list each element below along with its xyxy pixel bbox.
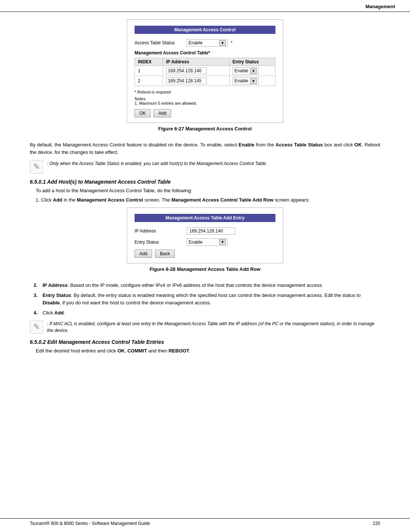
asterisk-mark: * bbox=[231, 40, 233, 45]
note2-icon: ✎ bbox=[30, 320, 43, 334]
entry-status-select[interactable]: Enable ▼ bbox=[187, 238, 228, 246]
note1-box: ✎ : Only when the Access Table Status is… bbox=[30, 160, 380, 174]
footer-right: 220 bbox=[373, 521, 380, 526]
status-arrow-icon[interactable]: ▼ bbox=[250, 78, 257, 84]
ok-button[interactable]: OK bbox=[135, 109, 151, 117]
cell-ip bbox=[163, 66, 229, 76]
body-text-1: By default, the Management Access Contro… bbox=[30, 141, 380, 156]
entry-status-row: Entry Status Enable ▼ bbox=[135, 238, 275, 246]
figure1-caption: Figure 6-27 Management Access Control bbox=[158, 126, 252, 132]
note2-text: : If MAC ACL is enabled, configure at le… bbox=[47, 320, 380, 334]
cell-index: 2 bbox=[135, 76, 163, 86]
figure2-box: Management Access Table Add Entry IP Add… bbox=[127, 208, 283, 263]
col-status: Entry Status bbox=[229, 58, 275, 66]
cell-ip bbox=[163, 76, 229, 86]
status-select[interactable]: Enable▼ bbox=[233, 67, 259, 75]
back-button[interactable]: Back bbox=[155, 250, 175, 258]
page-footer: Tsunami® 800 & 8000 Series - Software Ma… bbox=[0, 518, 410, 526]
entry-status-control: Enable ▼ bbox=[187, 238, 228, 246]
table-row: 2Enable▼ bbox=[135, 76, 275, 86]
note1-icon: ✎ bbox=[30, 160, 43, 174]
entry-status-arrow-icon[interactable]: ▼ bbox=[219, 239, 226, 245]
notes-label: Notes: bbox=[135, 96, 275, 101]
figure1-buttons: OK Add bbox=[135, 109, 275, 117]
step-1: Click Add in the Management Access Contr… bbox=[41, 196, 380, 204]
add-button-fig2[interactable]: Add bbox=[135, 250, 152, 258]
entry-status-label: Entry Status bbox=[135, 240, 187, 245]
section2-heading: 6.5.0.2 Edit Management Access Control T… bbox=[30, 339, 380, 345]
mac-table-header: INDEX IP Address Entry Status bbox=[135, 58, 275, 66]
mac-table-body: 1Enable▼2Enable▼ bbox=[135, 66, 275, 86]
ip-address-label: IP Address bbox=[135, 228, 187, 234]
access-table-status-select[interactable]: Enable ▼ bbox=[187, 39, 228, 47]
note1-text: : Only when the Access Table Status is e… bbox=[47, 160, 267, 167]
access-table-status-control: Enable ▼ * bbox=[187, 39, 233, 47]
ip-address-row: IP Address bbox=[135, 227, 275, 235]
page-header: Management bbox=[0, 0, 410, 12]
figure2-title: Management Access Table Add Entry bbox=[135, 214, 275, 222]
footer-left: Tsunami® 800 & 8000 Series - Software Ma… bbox=[30, 521, 150, 526]
col-index: INDEX bbox=[135, 58, 163, 66]
header-title: Management bbox=[366, 4, 395, 9]
cell-index: 1 bbox=[135, 66, 163, 76]
ip-input[interactable] bbox=[166, 67, 207, 74]
access-table-status-row: Access Table Status Enable ▼ * bbox=[135, 39, 275, 47]
section1-intro: To add a host to the Management Access C… bbox=[36, 188, 380, 193]
status-arrow-icon[interactable]: ▼ bbox=[250, 68, 257, 74]
access-table-status-label: Access Table Status bbox=[135, 40, 187, 45]
cell-status: Enable▼ bbox=[229, 76, 275, 86]
notes-item-1: 1. Maximum 5 entries are allowed. bbox=[135, 101, 275, 105]
table-row: 1Enable▼ bbox=[135, 66, 275, 76]
steps-list: Click Add in the Management Access Contr… bbox=[41, 196, 380, 204]
notes-section: Notes: 1. Maximum 5 entries are allowed. bbox=[135, 96, 275, 105]
figure1-box: Management Access Control Access Table S… bbox=[127, 19, 283, 123]
main-content: Management Access Control Access Table S… bbox=[0, 12, 410, 371]
figure2-buttons: Add Back bbox=[135, 250, 275, 258]
add-button-fig1[interactable]: Add bbox=[154, 109, 171, 117]
select-arrow-icon[interactable]: ▼ bbox=[219, 40, 226, 46]
status-select[interactable]: Enable▼ bbox=[233, 77, 259, 85]
step-2: 2. IP Address: Based on the IP mode, con… bbox=[34, 282, 380, 289]
ip-address-input[interactable] bbox=[187, 227, 235, 235]
cell-status: Enable▼ bbox=[229, 66, 275, 76]
section1-heading: 6.5.0.1 Add Host(s) to Management Access… bbox=[30, 179, 380, 185]
mac-access-table: INDEX IP Address Entry Status 1Enable▼2E… bbox=[135, 58, 275, 86]
section2-text: Edit the desired host entries and click … bbox=[36, 348, 380, 354]
ip-address-value-box bbox=[187, 227, 235, 235]
ip-input[interactable] bbox=[166, 77, 207, 84]
continued-steps: 2. IP Address: Based on the IP mode, con… bbox=[34, 282, 380, 317]
reboot-note: * Reboot is required bbox=[135, 90, 275, 94]
note2-box: ✎ : If MAC ACL is enabled, configure at … bbox=[30, 320, 380, 334]
col-ip: IP Address bbox=[163, 58, 229, 66]
step-3: 3. Entry Status: By default, the entry s… bbox=[34, 292, 380, 306]
figure1-title: Management Access Control bbox=[135, 26, 275, 34]
step-4: 4. Click Add. bbox=[34, 309, 380, 317]
figure2-caption: Figure 6-28 Management Access Table Add … bbox=[149, 266, 260, 272]
mac-table-title: Management Access Control Table* bbox=[135, 50, 275, 56]
